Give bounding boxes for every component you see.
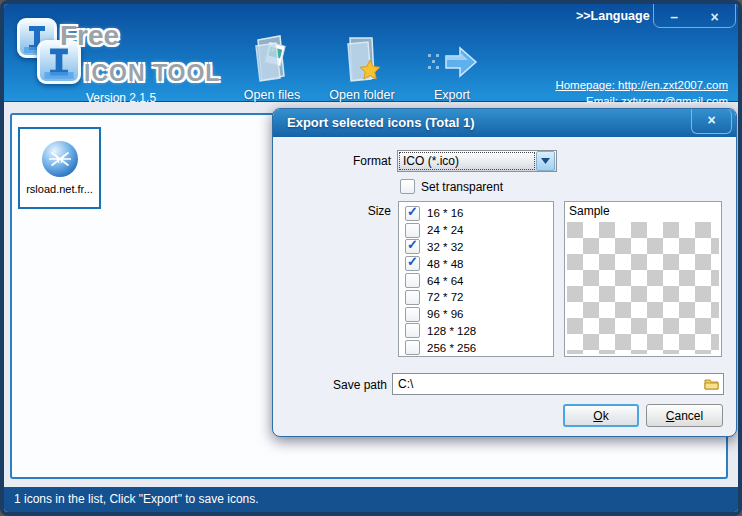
format-selected-value: ICO (*.ico) — [400, 153, 534, 169]
rsload-globe-icon — [42, 141, 78, 177]
header: Free ICON TOOL Version 2.1.5 Open files — [4, 4, 738, 102]
size-checkbox-128[interactable] — [405, 323, 420, 338]
size-row: 64 * 64 — [405, 272, 553, 289]
size-row: 96 * 96 — [405, 306, 553, 323]
size-checkbox-24[interactable] — [405, 223, 420, 238]
icon-item-label: rsload.net.fr... — [20, 183, 99, 195]
size-option-label: 48 * 48 — [427, 258, 463, 270]
size-checkbox-48[interactable] — [405, 256, 420, 271]
save-path-value: C:\ — [393, 377, 702, 391]
save-path-label: Save path — [309, 378, 387, 392]
format-dropdown[interactable]: ICO (*.ico) — [397, 150, 557, 172]
open-files-button[interactable]: Open files — [230, 32, 314, 104]
homepage-link[interactable]: Homepage: http://en.zxt2007.com — [555, 79, 728, 91]
size-option-label: 32 * 32 — [427, 241, 463, 253]
open-files-label: Open files — [230, 88, 314, 102]
set-transparent-checkbox[interactable] — [400, 179, 415, 194]
size-row: 24 * 24 — [405, 222, 553, 239]
open-folder-button[interactable]: Open folder — [320, 32, 404, 104]
status-text: 1 icons in the list, Click "Export" to s… — [14, 492, 259, 506]
open-files-icon — [230, 32, 314, 84]
format-label: Format — [313, 154, 391, 168]
open-folder-icon — [320, 32, 404, 84]
window-controls: – × — [653, 0, 736, 28]
ok-button-label: Ok — [593, 409, 608, 423]
cancel-button[interactable]: Cancel — [646, 404, 723, 427]
size-option-label: 256 * 256 — [427, 342, 476, 354]
export-label: Export — [410, 88, 494, 102]
open-folder-label: Open folder — [320, 88, 404, 102]
dialog-title: Export selected icons (Total 1) — [287, 115, 475, 130]
export-arrow-icon — [410, 32, 494, 84]
size-row: 32 * 32 — [405, 239, 553, 256]
size-row: 16 * 16 — [405, 205, 553, 222]
ok-button[interactable]: Ok — [563, 404, 639, 427]
size-checkbox-96[interactable] — [405, 307, 420, 322]
close-button[interactable]: × — [711, 10, 719, 24]
sample-preview-box: Sample — [564, 201, 722, 357]
transparent-row: Set transparent — [400, 179, 503, 194]
transparency-checkerboard — [567, 222, 719, 354]
size-label: Size — [313, 204, 391, 218]
size-option-label: 16 * 16 — [427, 207, 463, 219]
brand-icon-tool: ICON TOOL — [84, 60, 220, 87]
size-row: 72 * 72 — [405, 289, 553, 306]
export-button[interactable]: Export — [410, 32, 494, 104]
export-dialog: Export selected icons (Total 1) × Format… — [272, 108, 737, 437]
size-checkbox-72[interactable] — [405, 290, 420, 305]
size-option-label: 24 * 24 — [427, 224, 463, 236]
icon-list-item-selected[interactable]: rsload.net.fr... — [18, 127, 101, 209]
set-transparent-label: Set transparent — [421, 180, 503, 194]
size-option-label: 128 * 128 — [427, 325, 476, 337]
chevron-down-icon[interactable] — [536, 151, 555, 171]
size-checkbox-32[interactable] — [405, 239, 420, 254]
language-menu[interactable]: >>Language — [576, 9, 650, 23]
status-bar: 1 icons in the list, Click "Export" to s… — [4, 487, 738, 512]
size-row: 256 * 256 — [405, 339, 553, 356]
save-path-input[interactable]: C:\ — [392, 373, 724, 395]
size-checkbox-256[interactable] — [405, 340, 420, 355]
minimize-button[interactable]: – — [670, 10, 678, 24]
size-row: 48 * 48 — [405, 255, 553, 272]
size-list-box: 16 * 16 24 * 24 32 * 32 48 * 48 64 * 64 … — [398, 201, 554, 357]
size-option-label: 64 * 64 — [427, 275, 463, 287]
size-option-label: 96 * 96 — [427, 308, 463, 320]
dialog-title-bar: Export selected icons (Total 1) — [273, 109, 736, 137]
browse-folder-icon[interactable] — [702, 376, 720, 392]
dialog-close-button[interactable]: × — [691, 109, 732, 134]
app-window: Free ICON TOOL Version 2.1.5 Open files — [0, 0, 742, 516]
size-option-label: 72 * 72 — [427, 291, 463, 303]
sample-label: Sample — [569, 204, 610, 218]
size-checkbox-64[interactable] — [405, 273, 420, 288]
cancel-button-label: Cancel — [666, 409, 703, 423]
size-checkbox-16[interactable] — [405, 206, 420, 221]
size-row: 128 * 128 — [405, 323, 553, 340]
brand-free: Free — [60, 20, 119, 52]
